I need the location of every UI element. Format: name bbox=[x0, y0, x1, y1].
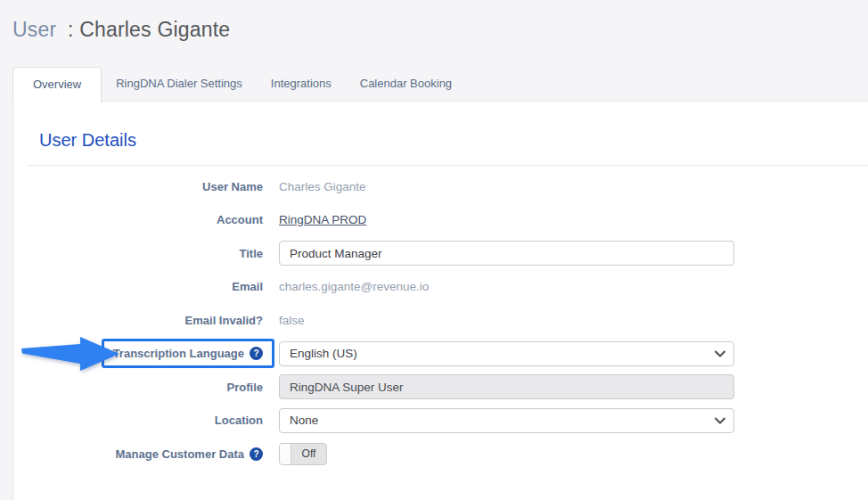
location-select[interactable]: None bbox=[279, 408, 734, 433]
row-location: Location None bbox=[13, 408, 868, 433]
user-details-form: User Name Charles Gigante Account RingDN… bbox=[13, 174, 868, 466]
transcription-language-select[interactable]: English (US) bbox=[279, 341, 734, 366]
page-title: User : Charles Gigante bbox=[12, 18, 230, 42]
toggle-state-label: Off bbox=[291, 444, 326, 464]
row-profile: Profile bbox=[13, 374, 868, 399]
title-label: Title bbox=[240, 247, 264, 260]
tab-ringdna-dialer-settings[interactable]: RingDNA Dialer Settings bbox=[102, 67, 257, 101]
row-manage-customer-data: Manage Customer Data ? Off bbox=[13, 441, 868, 466]
account-link[interactable]: RingDNA PROD bbox=[279, 213, 366, 226]
tab-calendar-booking[interactable]: Calendar Booking bbox=[346, 67, 466, 101]
page-title-name: : Charles Gigante bbox=[68, 18, 230, 41]
row-title: Title bbox=[13, 241, 868, 266]
email-label: Email bbox=[232, 280, 263, 293]
user-name-label: User Name bbox=[202, 180, 263, 193]
toggle-handle bbox=[280, 444, 291, 464]
tab-overview[interactable]: Overview bbox=[12, 67, 102, 102]
user-name-value: Charles Gigante bbox=[279, 180, 366, 193]
section-title: User Details bbox=[39, 128, 868, 152]
title-input[interactable] bbox=[279, 241, 734, 266]
profile-label: Profile bbox=[227, 381, 263, 394]
help-icon[interactable]: ? bbox=[250, 347, 263, 360]
tab-integrations[interactable]: Integrations bbox=[257, 67, 346, 101]
transcription-language-label: Transcription Language bbox=[113, 347, 244, 360]
manage-customer-data-label: Manage Customer Data bbox=[116, 447, 244, 461]
location-label: Location bbox=[215, 414, 263, 427]
row-user-name: User Name Charles Gigante bbox=[13, 174, 868, 199]
row-email-invalid: Email Invalid? false bbox=[13, 307, 868, 332]
page-title-object: User bbox=[12, 18, 56, 41]
row-email: Email charles.gigante@revenue.io bbox=[13, 275, 868, 299]
section-divider bbox=[28, 165, 868, 166]
email-invalid-value: false bbox=[279, 314, 305, 327]
help-icon[interactable]: ? bbox=[250, 447, 263, 461]
account-label: Account bbox=[217, 213, 263, 226]
tab-bar: Overview RingDNA Dialer Settings Integra… bbox=[12, 67, 466, 101]
email-invalid-label: Email Invalid? bbox=[185, 314, 263, 327]
user-settings-page: User : Charles Gigante Overview RingDNA … bbox=[0, 0, 868, 500]
email-value: charles.gigante@revenue.io bbox=[279, 280, 429, 293]
manage-customer-data-toggle[interactable]: Off bbox=[279, 443, 327, 465]
content-panel: User Details User Name Charles Gigante A… bbox=[12, 101, 868, 500]
row-account: Account RingDNA PROD bbox=[13, 208, 868, 233]
profile-input bbox=[279, 374, 734, 399]
row-transcription-language: Transcription Language ? English (US) bbox=[13, 341, 868, 366]
highlight-box: Transcription Language ? bbox=[102, 339, 274, 368]
